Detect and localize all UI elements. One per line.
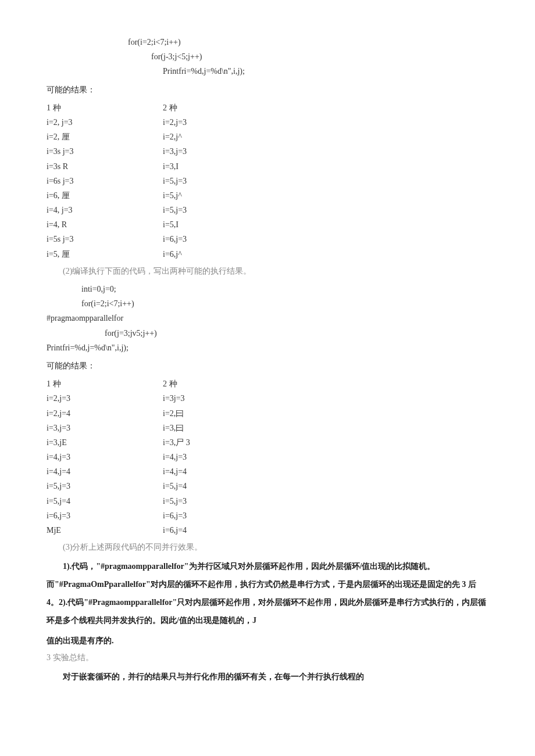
table1-r3b: i=3,I <box>163 159 179 174</box>
table1-r6a: i=4, j=3 <box>47 203 163 217</box>
table2-r3b: i=3,尸 3 <box>163 435 190 450</box>
table1-r4a: i=6s j=3 <box>47 174 163 188</box>
table1-r3a: i=3s R <box>47 159 163 174</box>
analysis-tail: 值的出现是有序的. <box>47 633 488 648</box>
table2-r8a: i=6,j=3 <box>47 508 163 523</box>
table2-head-col1: 1 种 <box>47 377 163 391</box>
code2-line3: #pragmaompparallelfor <box>47 311 488 325</box>
question-2: (2)编译执行下面的代码，写出两种可能的执行结果。 <box>47 264 488 278</box>
code2-line5: Printfri=%d,j=%d\n",i,j); <box>47 341 488 355</box>
table2-r9a: MjE <box>47 523 163 538</box>
table2-r3a: i=3,jE <box>47 435 163 450</box>
table1-r9a: i=5, 厘 <box>47 247 163 261</box>
table2-r8b: i=6,j=3 <box>163 508 187 523</box>
code1-line1: for(i=2;i<7;i++) <box>47 35 488 49</box>
table1-r5b: i=5,j^ <box>163 188 182 203</box>
table2-r1a: i=2,j=4 <box>47 406 163 421</box>
table1-r9b: i=6,j^ <box>163 247 182 261</box>
possible-results-label-1: 可能的结果： <box>47 83 488 97</box>
possible-results-label-2: 可能的结果： <box>47 359 488 373</box>
table1-head-col1: 1 种 <box>47 101 163 115</box>
table2-head-col2: 2 种 <box>163 377 177 391</box>
table1-r2b: i=3,j=3 <box>163 144 187 159</box>
table2-r2b: i=3,曰 <box>163 421 184 435</box>
summary-heading: 3 实验总结。 <box>47 650 488 665</box>
table2-r0b: i=3j=3 <box>163 391 185 406</box>
table1-r1b: i=2,j^ <box>163 130 182 144</box>
table1-header: 1 种 2 种 <box>47 101 488 115</box>
table1-r7b: i=5,I <box>163 217 179 232</box>
table2-r1b: i=2,曰 <box>163 406 184 421</box>
table1-r1a: i=2, 厘 <box>47 130 163 144</box>
question-3: (3)分析上述两段代码的不同并行效果。 <box>47 540 488 554</box>
code2-line4: for(j=3;jv5;j++) <box>47 326 488 341</box>
code2-line2: for(i=2;i<7;i++) <box>47 296 488 311</box>
analysis-paragraph: 1).代码，"#pragmaompparallelfor"为并行区域只对外层循环… <box>47 558 488 629</box>
code2-line1: inti=0,j=0; <box>47 282 488 296</box>
table2-r7b: i=5,j=3 <box>163 494 187 508</box>
table1-r6b: i=5,j=3 <box>163 203 187 217</box>
table1-r2a: i=3s j=3 <box>47 144 163 159</box>
table2-r6b: i=5,j=4 <box>163 479 187 493</box>
table1-head-col2: 2 种 <box>163 101 177 115</box>
table2-r9b: i=6,j=4 <box>163 523 187 538</box>
table2-r2a: i=3,j=3 <box>47 421 163 435</box>
table2-r5b: i=4,j=4 <box>163 464 187 479</box>
table2-r4b: i=4,j=3 <box>163 450 187 464</box>
table2-r0a: i=2,j=3 <box>47 391 163 406</box>
table2-header: 1 种 2 种 <box>47 377 488 391</box>
table2-r5a: i=4,j=4 <box>47 464 163 479</box>
table2-r6a: i=5,j=3 <box>47 479 163 493</box>
table1-r4b: i=5,j=3 <box>163 174 187 188</box>
table1-r7a: i=4, R <box>47 217 163 232</box>
table2-r4a: i=4,j=3 <box>47 450 163 464</box>
code1-line2: for(j-3;j<5;j++) <box>47 49 488 64</box>
table1-r0b: i=2,j=3 <box>163 115 187 130</box>
summary-paragraph: 对于嵌套循环的，并行的结果只与并行化作用的循环有关，在每一个并行执行线程的 <box>47 668 488 686</box>
table1-r5a: i=6, 厘 <box>47 188 163 203</box>
table2-r7a: i=5,j=4 <box>47 494 163 508</box>
table1-r0a: i=2, j=3 <box>47 115 163 130</box>
code1-line3: Printfri=%d,j=%d\n",i,j); <box>47 64 488 78</box>
table1-r8a: i=5s j=3 <box>47 232 163 246</box>
table1-r8b: i=6,j=3 <box>163 232 187 246</box>
